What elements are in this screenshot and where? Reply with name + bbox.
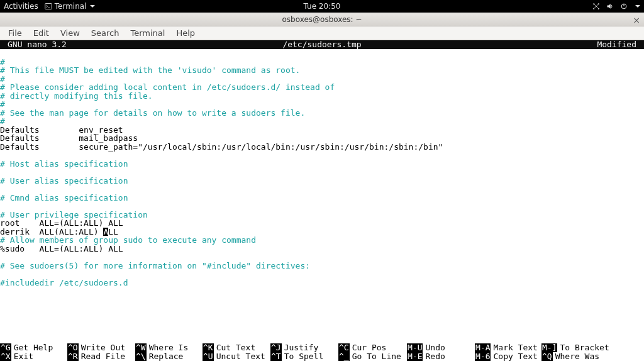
nano-shortcut-key: M-] (541, 343, 557, 352)
nano-shortcut-key: ^O (67, 343, 79, 352)
nano-shortcut: ^OWrite Out (67, 343, 125, 352)
nano-shortcut-key: M-E (407, 352, 423, 361)
nano-shortcut: M-6Copy Text (475, 352, 538, 361)
chevron-down-icon (90, 5, 95, 8)
nano-shortcut: ^GGet Help (0, 343, 53, 352)
nano-shortcut-key: ^Q (541, 352, 553, 361)
nano-shortcut-key: ^W (135, 343, 147, 352)
editor-line: root ALL=(ALL:ALL) ALL (0, 219, 644, 228)
menu-help[interactable]: Help (170, 27, 201, 39)
network-icon[interactable] (592, 3, 600, 10)
nano-shortcut: ^\Replace (135, 352, 183, 361)
nano-shortcut-key: ^\ (135, 352, 147, 361)
editor-line: # See sudoers(5) for more information on… (0, 262, 644, 270)
nano-shortcut-key: ^R (67, 352, 79, 361)
nano-shortcut: ^CCur Pos (338, 343, 386, 352)
editor-line (0, 49, 644, 58)
nano-buffer[interactable]: ## This file MUST be edited with the 'vi… (0, 49, 644, 287)
nano-shortcut-bar: ^GGet Help^OWrite Out^WWhere Is^KCut Tex… (0, 343, 644, 361)
nano-shortcut: ^UUncut Text (203, 352, 265, 361)
nano-shortcut-key: ^X (0, 352, 11, 361)
menu-file[interactable]: File (3, 27, 28, 39)
editor-line: # Allow members of group sudo to execute… (0, 236, 644, 245)
editor-line: # This file MUST be edited with the 'vis… (0, 66, 644, 75)
nano-shortcut-label: Go To Line (350, 352, 401, 361)
nano-shortcut: ^KCut Text (203, 343, 255, 352)
nano-titlebar: GNU nano 3.2 /etc/sudoers.tmp Modified (0, 40, 644, 49)
nano-file-name: /etc/sudoers.tmp (282, 40, 361, 49)
nano-shortcut-key: ^J (270, 343, 282, 352)
editor-line (0, 185, 644, 194)
menu-view[interactable]: View (55, 27, 86, 39)
nano-shortcut-key: ^T (270, 352, 282, 361)
nano-shortcut: ^QWhere Was (541, 352, 599, 361)
nano-shortcut-label: Cur Pos (350, 343, 387, 352)
window-close-button[interactable]: × (633, 15, 640, 25)
menu-search[interactable]: Search (86, 27, 125, 39)
menu-edit[interactable]: Edit (28, 27, 55, 39)
terminal-area[interactable]: GNU nano 3.2 /etc/sudoers.tmp Modified #… (0, 40, 644, 361)
editor-line (0, 168, 644, 177)
nano-shortcut-key: ^G (0, 343, 11, 352)
nano-shortcut-label: Where Is (147, 343, 189, 352)
clock[interactable]: Tue 20:50 (304, 2, 341, 11)
editor-line (0, 270, 644, 279)
editor-line: # Please consider adding local content i… (0, 83, 644, 92)
window-titlebar[interactable]: osboxes@osboxes: ~ × (0, 13, 644, 26)
editor-line (0, 151, 644, 160)
nano-shortcut: ^XExit (0, 352, 33, 361)
svg-rect-0 (45, 4, 52, 9)
activities-button[interactable]: Activities (4, 2, 38, 11)
nano-shortcut: ^RRead File (67, 352, 125, 361)
nano-shortcut-label: Copy Text (491, 352, 537, 361)
nano-shortcut: ^TTo Spell (270, 352, 323, 361)
nano-shortcut: ^_Go To Line (338, 352, 401, 361)
nano-shortcut-label: Exit (11, 352, 33, 361)
nano-app-name: GNU nano 3.2 (0, 40, 67, 49)
editor-line (0, 253, 644, 262)
nano-shortcut: M-UUndo (407, 343, 445, 352)
nano-shortcut-label: Cut Text (214, 343, 256, 352)
nano-shortcut-label: Undo (423, 343, 445, 352)
power-icon[interactable] (620, 3, 628, 10)
nano-shortcut-key: ^U (203, 352, 214, 361)
editor-line: # (0, 100, 644, 109)
editor-line: Defaults secure_path="/usr/local/sbin:/u… (0, 143, 644, 152)
nano-shortcut-label: Where Was (553, 352, 599, 361)
nano-shortcut-key: ^_ (338, 352, 350, 361)
menu-terminal[interactable]: Terminal (125, 27, 170, 39)
nano-shortcut: M-]To Bracket (541, 343, 609, 352)
nano-shortcut-label: Mark Text (491, 343, 537, 352)
topbar-app-indicator[interactable]: Terminal (45, 2, 96, 11)
editor-line: %sudo ALL=(ALL:ALL) ALL (0, 245, 644, 253)
nano-shortcut-label: Replace (147, 352, 184, 361)
editor-line: # (0, 58, 644, 67)
nano-shortcut-label: Write Out (79, 343, 125, 352)
editor-line: # Cmnd alias specification (0, 194, 644, 203)
nano-shortcut: M-ERedo (407, 352, 445, 361)
volume-icon[interactable] (606, 3, 614, 10)
nano-shortcut-key: M-U (407, 343, 423, 352)
nano-shortcut-label: To Spell (282, 352, 324, 361)
gnome-topbar: Activities Terminal Tue 20:50 (0, 0, 644, 13)
editor-line: Defaults mail_badpass (0, 134, 644, 143)
nano-shortcut-label: Get Help (11, 343, 53, 352)
editor-line (0, 202, 644, 211)
editor-line-cursor: derrik ALL(ALL:ALL) ALL (0, 228, 644, 236)
editor-line: # User alias specification (0, 177, 644, 186)
nano-shortcut-label: Read File (79, 352, 125, 361)
app-menubar: File Edit View Search Terminal Help (0, 26, 644, 40)
editor-line: # Host alias specification (0, 160, 644, 169)
window-title: osboxes@osboxes: ~ (282, 15, 362, 24)
editor-line: Defaults env_reset (0, 126, 644, 135)
editor-line: # directly modifying this file. (0, 92, 644, 101)
chevron-down-icon[interactable] (635, 5, 640, 8)
nano-status: Modified (597, 40, 644, 49)
terminal-icon (45, 3, 52, 10)
editor-line: # (0, 117, 644, 126)
nano-shortcut-label: Redo (423, 352, 445, 361)
nano-shortcut: ^WWhere Is (135, 343, 188, 352)
editor-line: #includedir /etc/sudoers.d (0, 279, 644, 287)
editor-line: # (0, 75, 644, 84)
nano-shortcut-key: ^C (338, 343, 350, 352)
